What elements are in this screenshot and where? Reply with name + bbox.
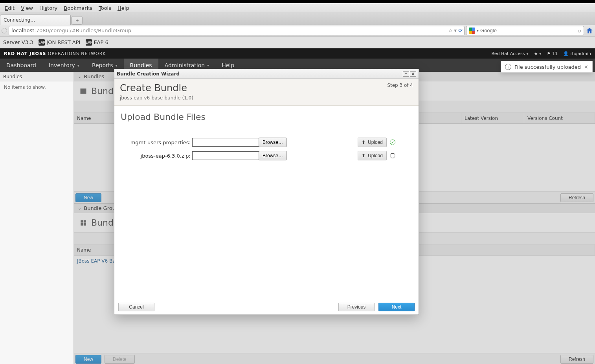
search-engine-dropdown-icon[interactable]: ▾ <box>477 28 479 33</box>
bookmark-star-icon[interactable]: ☆ <box>448 28 453 33</box>
modal-section-heading: Upload Bundle Files <box>121 112 412 122</box>
star-icon: ★ <box>534 51 538 56</box>
modal-step-indicator: Step 3 of 4 <box>387 83 413 88</box>
bundles-refresh-button[interactable]: Refresh <box>560 193 593 202</box>
file-input[interactable] <box>192 151 259 160</box>
site-identity-icon[interactable] <box>2 28 7 33</box>
url-host: localhost <box>11 28 34 33</box>
bookmark-jon-rest-api[interactable]: EAP JON REST API <box>39 39 80 46</box>
menu-edit[interactable]: Edit <box>2 5 18 11</box>
groups-new-button[interactable]: New <box>75 355 101 364</box>
search-input[interactable] <box>480 28 577 33</box>
bundle-group-icon <box>79 219 87 227</box>
modal-close-button[interactable]: × <box>410 71 416 77</box>
status-success-icon: ✓ <box>390 140 395 145</box>
browser-menu-bar: Edit View History Bookmarks Tools Help <box>0 3 595 13</box>
menu-view[interactable]: View <box>18 5 36 11</box>
new-tab-button[interactable]: ＋ <box>72 16 83 25</box>
search-submit-icon[interactable]: ⌕ <box>578 28 581 33</box>
modal-body: Upload Bundle Files mgmt-users.propertie… <box>114 106 419 299</box>
nav-dashboard[interactable]: Dashboard <box>0 59 42 72</box>
sidebar-section-bundles[interactable]: Bundles <box>0 72 73 81</box>
menu-history[interactable]: History <box>36 5 61 11</box>
window-titlebar <box>0 0 595 3</box>
eap-icon: EAP <box>39 39 45 46</box>
bookmark-eap6[interactable]: EAP EAP 6 <box>86 39 108 46</box>
toast-close-button[interactable]: ✕ <box>584 64 588 70</box>
browse-button[interactable]: Browse… <box>259 151 287 160</box>
previous-button[interactable]: Previous <box>338 303 375 311</box>
sidebar: Bundles No items to show. <box>0 72 74 364</box>
collapse-icon: ⌄ <box>78 206 81 211</box>
browser-tab-bar: Connecting… ＋ <box>0 13 595 25</box>
reload-icon[interactable]: ⟳ <box>458 28 463 33</box>
bookmarks-toolbar: Server V3.3 EAP JON REST API EAP EAP 6 <box>0 37 595 48</box>
favorites-menu[interactable]: ★ ▾ <box>534 51 541 56</box>
app-brand-bar: RED HAT JBOSS OPERATIONS NETWORK Red Hat… <box>0 48 595 59</box>
modal-minimize-button[interactable]: – <box>403 71 409 77</box>
file-label: jboss-eap-6.3.0.zip: <box>121 153 192 159</box>
search-box[interactable]: ▾ ⌕ <box>466 26 584 35</box>
google-icon <box>469 28 475 34</box>
eap-icon: EAP <box>86 39 92 46</box>
modal-footer: Cancel Previous Next <box>114 299 419 314</box>
modal-titlebar[interactable]: Bundle Creation Wizard – × <box>114 69 419 79</box>
modal-title-text: Bundle Creation Wizard <box>117 71 180 77</box>
history-dropdown-icon[interactable]: ▾ <box>454 28 457 33</box>
nav-inventory[interactable]: Inventory▾ <box>42 59 86 72</box>
chevron-down-icon: ▾ <box>539 51 541 56</box>
flag-icon: ⚑ <box>547 51 551 56</box>
home-icon[interactable] <box>586 27 593 35</box>
brand-text: RED HAT JBOSS OPERATIONS NETWORK <box>4 51 106 56</box>
status-loading-icon <box>390 153 395 158</box>
upload-button[interactable]: ⬆ Upload <box>358 151 387 160</box>
address-bar-row: localhost:7080/coregui/#Bundles/BundleGr… <box>0 25 595 37</box>
browser-tab-label: Connecting… <box>4 17 35 23</box>
upload-icon: ⬆ <box>362 153 365 158</box>
messages-button[interactable]: ⚑ 11 <box>547 51 558 56</box>
sidebar-empty-text: No items to show. <box>0 81 73 93</box>
modal-heading: Create Bundle <box>120 83 193 94</box>
chevron-down-icon: ▾ <box>116 63 118 68</box>
next-button[interactable]: Next <box>378 303 415 311</box>
upload-button[interactable]: ⬆ Upload <box>358 138 387 147</box>
user-menu[interactable]: 👤 rhqadmin <box>563 51 591 56</box>
bundles-new-button[interactable]: New <box>75 193 101 202</box>
cancel-button[interactable]: Cancel <box>118 303 154 311</box>
col-versions-count[interactable]: Versions Count <box>524 113 595 123</box>
upload-icon: ⬆ <box>362 140 365 145</box>
file-row-jboss-eap-zip: jboss-eap-6.3.0.zip: Browse… ⬆ Upload <box>121 151 412 160</box>
menu-help[interactable]: Help <box>114 5 132 11</box>
toast-notification: i File successfully uploaded ✕ <box>501 61 593 73</box>
modal-subtitle: jboss-eap-v6-base-bundle (1.0) <box>120 95 193 101</box>
modal-header: Create Bundle jboss-eap-v6-base-bundle (… <box>114 79 419 106</box>
url-input[interactable]: localhost:7080/coregui/#Bundles/BundleGr… <box>9 26 465 35</box>
browse-button[interactable]: Browse… <box>259 138 287 147</box>
collapse-icon: ⌄ <box>78 74 81 79</box>
info-icon: i <box>505 64 511 70</box>
toast-text: File successfully uploaded <box>514 64 581 70</box>
user-icon: 👤 <box>563 51 569 56</box>
groups-refresh-button[interactable]: Refresh <box>560 355 593 364</box>
chevron-down-icon: ▾ <box>207 63 209 68</box>
bundle-icon <box>79 87 87 95</box>
bookmark-server[interactable]: Server V3.3 <box>3 39 33 45</box>
groups-footer: New Delete Refresh <box>74 353 595 364</box>
browser-tab[interactable]: Connecting… <box>0 15 71 25</box>
bundle-wizard-modal: Bundle Creation Wizard – × Create Bundle… <box>114 69 419 315</box>
file-label: mgmt-users.properties: <box>121 140 192 145</box>
menu-bookmarks[interactable]: Bookmarks <box>61 5 95 11</box>
file-row-mgmt-users: mgmt-users.properties: Browse… ⬆ Upload … <box>121 138 412 147</box>
file-input[interactable] <box>192 138 259 147</box>
col-latest-version[interactable]: Latest Version <box>461 113 524 123</box>
chevron-down-icon: ▾ <box>77 63 79 68</box>
chevron-down-icon: ▾ <box>526 51 528 56</box>
menu-tools[interactable]: Tools <box>95 5 114 11</box>
groups-delete-button[interactable]: Delete <box>105 355 135 364</box>
url-path: :7080/coregui/#Bundles/BundleGroup <box>34 28 131 33</box>
red-hat-access-menu[interactable]: Red Hat Access ▾ <box>492 51 529 56</box>
